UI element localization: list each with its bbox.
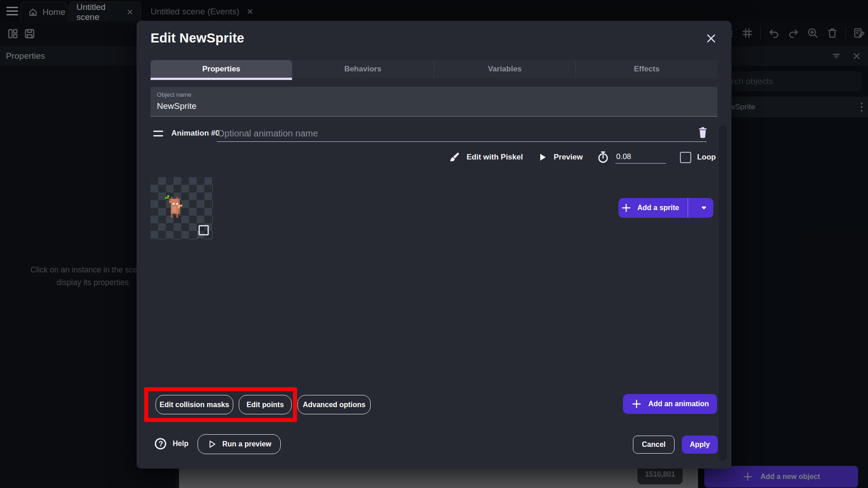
gdevelop-editor: Home Untitled scene ✕ Untitled scene (Ev… xyxy=(0,0,868,488)
stopwatch-icon xyxy=(597,150,609,164)
plus-icon xyxy=(621,202,632,213)
dialog-tab-bar: Properties Behaviors Variables Effects xyxy=(151,60,717,78)
dialog-title: Edit NewSprite xyxy=(151,31,244,46)
tab-behaviors[interactable]: Behaviors xyxy=(292,60,434,78)
animation-row: Animation #0 xyxy=(151,124,717,145)
help-button[interactable]: ? Help xyxy=(154,437,189,450)
advanced-options-button[interactable]: Advanced options xyxy=(297,395,371,414)
apply-button[interactable]: Apply xyxy=(682,436,718,454)
tab-label: Behaviors xyxy=(344,65,381,74)
button-label: Apply xyxy=(690,441,710,449)
add-sprite-button[interactable]: Add a sprite xyxy=(618,198,681,218)
button-label: Cancel xyxy=(642,441,665,449)
preview-button[interactable]: Preview xyxy=(554,153,583,162)
play-outline-icon xyxy=(207,439,217,449)
close-dialog-icon[interactable] xyxy=(705,33,717,44)
active-tab-indicator xyxy=(151,78,292,80)
cancel-button[interactable]: Cancel xyxy=(633,436,675,454)
tab-label: Variables xyxy=(488,65,522,74)
dialog-scrollbar[interactable] xyxy=(719,126,727,461)
object-name-label: Object name xyxy=(157,91,711,98)
edit-sprite-dialog: Edit NewSprite Properties Behaviors Vari… xyxy=(137,21,731,469)
animation-name-input[interactable] xyxy=(217,126,707,142)
run-preview-button[interactable]: Run a preview xyxy=(198,434,281,454)
drag-handle-icon[interactable] xyxy=(153,131,163,136)
add-sprite-label: Add a sprite xyxy=(637,204,679,212)
tab-label: Properties xyxy=(202,65,240,74)
frame-select-checkbox[interactable] xyxy=(198,225,209,235)
brush-icon xyxy=(448,151,461,164)
delete-animation-icon[interactable] xyxy=(697,126,709,139)
object-name-field[interactable]: Object name NewSprite xyxy=(151,87,717,117)
button-label: Advanced options xyxy=(303,401,366,409)
edit-collision-masks-button[interactable]: Edit collision masks xyxy=(156,395,233,414)
button-label: Edit collision masks xyxy=(160,401,229,409)
edit-with-piskel-button[interactable]: Edit with Piskel xyxy=(467,153,523,162)
tab-variables[interactable]: Variables xyxy=(434,60,576,78)
tab-effects[interactable]: Effects xyxy=(576,60,717,78)
add-animation-label: Add an animation xyxy=(648,400,709,408)
add-sprite-split-button: Add a sprite xyxy=(618,198,713,218)
button-divider xyxy=(688,198,688,218)
edit-points-button[interactable]: Edit points xyxy=(239,395,292,414)
animation-toolbar: Edit with Piskel Preview Loop xyxy=(448,148,716,166)
help-icon: ? xyxy=(154,437,167,450)
plus-icon xyxy=(631,399,642,409)
button-label: Edit points xyxy=(246,401,284,409)
sprite-image xyxy=(160,193,189,223)
run-preview-label: Run a preview xyxy=(222,440,271,448)
loop-checkbox[interactable] xyxy=(680,152,691,163)
svg-text:?: ? xyxy=(159,440,163,448)
add-animation-button[interactable]: Add an animation xyxy=(623,394,717,414)
object-name-value: NewSprite xyxy=(157,101,711,111)
sprite-frame-thumbnail[interactable] xyxy=(151,177,213,239)
animation-label: Animation #0 xyxy=(171,129,220,138)
tab-properties[interactable]: Properties xyxy=(151,60,292,78)
help-label: Help xyxy=(173,440,189,448)
loop-label: Loop xyxy=(697,153,716,162)
tab-label: Effects xyxy=(634,65,660,74)
add-sprite-dropdown-button[interactable] xyxy=(694,198,713,218)
play-icon xyxy=(537,152,548,163)
time-between-frames-input[interactable] xyxy=(615,151,666,164)
